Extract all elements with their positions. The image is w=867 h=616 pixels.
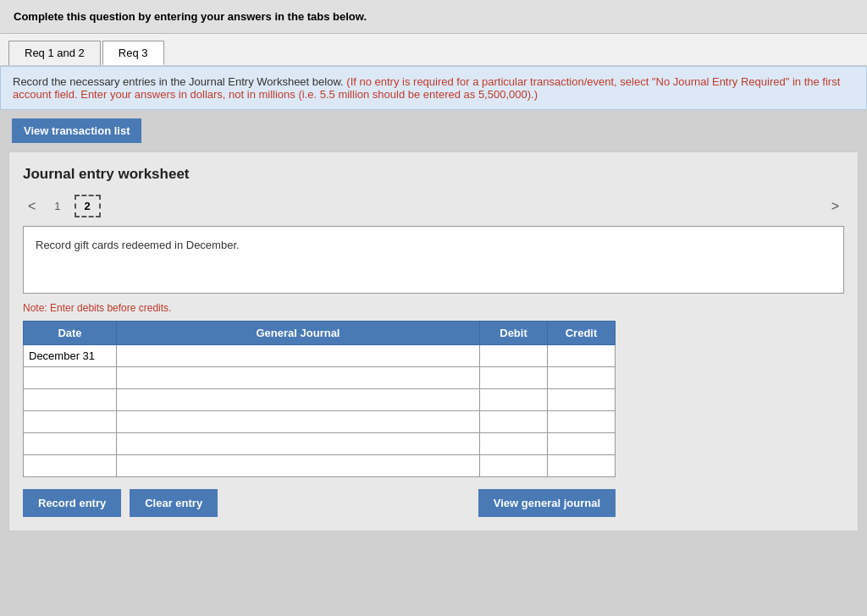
debit-input-1[interactable]	[485, 349, 542, 362]
date-input-3[interactable]	[29, 393, 111, 406]
general-journal-cell-2	[117, 367, 480, 389]
worksheet-container: Journal entry worksheet < 1 2 > Record g…	[8, 151, 859, 531]
record-entry-button[interactable]: Record entry	[23, 489, 121, 517]
debit-cell-6	[480, 455, 548, 477]
debit-cell-2	[480, 367, 548, 389]
task-description: Record gift cards redeemed in December.	[23, 226, 844, 294]
journal-table: Date General Journal Debit Credit	[23, 321, 616, 477]
date-cell-2	[24, 367, 117, 389]
date-cell-4	[24, 411, 117, 433]
view-transaction-button[interactable]: View transaction list	[12, 118, 141, 143]
general-journal-cell-6	[117, 455, 480, 477]
credit-cell-5	[548, 433, 616, 455]
date-input-6[interactable]	[29, 459, 111, 472]
date-input-4[interactable]	[29, 415, 111, 428]
table-row	[24, 345, 616, 367]
credit-input-1[interactable]	[553, 349, 610, 362]
col-header-date: Date	[24, 322, 117, 345]
debit-input-3[interactable]	[485, 393, 542, 406]
debit-cell-5	[480, 433, 548, 455]
general-journal-input-3[interactable]	[122, 393, 474, 406]
debit-input-6[interactable]	[485, 459, 542, 472]
debit-input-2[interactable]	[485, 371, 542, 384]
table-row	[24, 411, 616, 433]
clear-entry-button[interactable]: Clear entry	[130, 489, 218, 517]
tab-req1and2[interactable]: Req 1 and 2	[8, 41, 101, 65]
credit-input-5[interactable]	[553, 437, 610, 450]
col-header-general-journal: General Journal	[117, 322, 480, 345]
general-journal-input-6[interactable]	[122, 459, 474, 472]
table-row	[24, 389, 616, 411]
credit-input-3[interactable]	[553, 393, 610, 406]
date-input-1[interactable]	[29, 349, 111, 362]
top-instruction: Complete this question by entering your …	[0, 0, 867, 34]
date-cell-6	[24, 455, 117, 477]
debit-cell-3	[480, 389, 548, 411]
debit-cell-4	[480, 411, 548, 433]
col-header-credit: Credit	[548, 322, 616, 345]
credit-input-2[interactable]	[553, 371, 610, 384]
general-journal-cell-4	[117, 411, 480, 433]
view-general-journal-button[interactable]: View general journal	[478, 489, 616, 517]
general-journal-cell-3	[117, 389, 480, 411]
general-journal-input-2[interactable]	[122, 371, 474, 384]
general-journal-cell-5	[117, 433, 480, 455]
date-input-2[interactable]	[29, 371, 111, 384]
date-cell-5	[24, 433, 117, 455]
page-2[interactable]: 2	[75, 195, 101, 217]
tabs-container: Req 1 and 2 Req 3	[0, 34, 867, 66]
credit-cell-3	[548, 389, 616, 411]
credit-cell-2	[548, 367, 616, 389]
date-input-5[interactable]	[29, 437, 111, 450]
pagination: < 1 2 >	[23, 195, 844, 217]
instruction-main-text: Record the necessary entries in the Jour…	[13, 75, 344, 88]
date-cell-1	[24, 345, 117, 367]
instruction-box: Record the necessary entries in the Jour…	[0, 66, 867, 110]
debit-cell-1	[480, 345, 548, 367]
next-page-arrow[interactable]: >	[826, 197, 844, 216]
credit-cell-1	[548, 345, 616, 367]
general-journal-input-5[interactable]	[122, 437, 474, 450]
table-row	[24, 455, 616, 477]
instruction-text: Complete this question by entering your …	[14, 10, 367, 23]
credit-cell-4	[548, 411, 616, 433]
general-journal-input-1[interactable]	[122, 349, 474, 362]
task-description-text: Record gift cards redeemed in December.	[36, 239, 240, 251]
debit-input-5[interactable]	[485, 437, 542, 450]
credit-input-6[interactable]	[553, 459, 610, 472]
general-journal-input-4[interactable]	[122, 415, 474, 428]
credit-input-4[interactable]	[553, 415, 610, 428]
note-text: Note: Enter debits before credits.	[23, 302, 844, 314]
debit-input-4[interactable]	[485, 415, 542, 428]
table-row	[24, 433, 616, 455]
date-cell-3	[24, 389, 117, 411]
worksheet-title: Journal entry worksheet	[23, 166, 844, 183]
tab-req3[interactable]: Req 3	[102, 41, 164, 65]
general-journal-cell-1	[117, 345, 480, 367]
col-header-debit: Debit	[480, 322, 548, 345]
table-row	[24, 367, 616, 389]
bottom-buttons: Record entry Clear entry View general jo…	[23, 489, 616, 517]
prev-page-arrow[interactable]: <	[23, 197, 41, 216]
page-1[interactable]: 1	[46, 196, 69, 216]
credit-cell-6	[548, 455, 616, 477]
